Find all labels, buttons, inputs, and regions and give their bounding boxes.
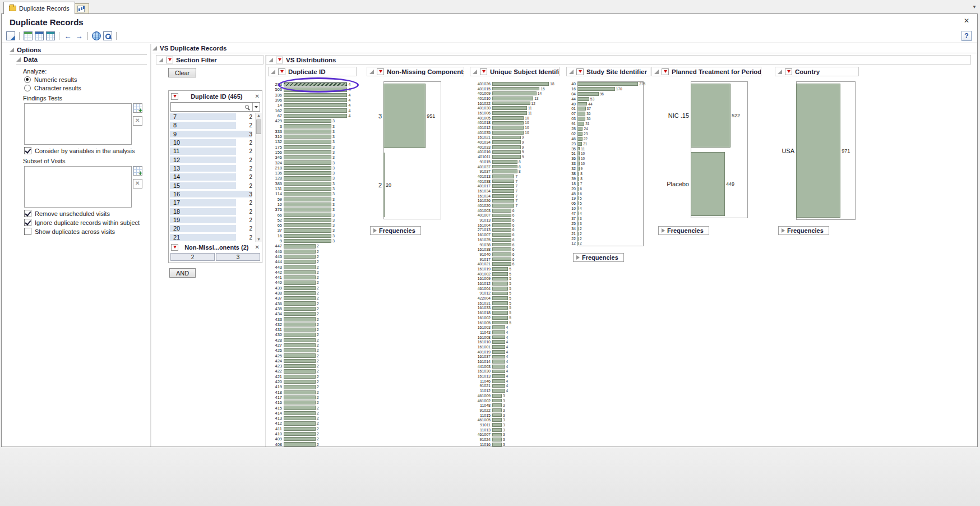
chart-bar-row[interactable]: 4322 [267, 322, 350, 327]
chart-bar-row[interactable]: 110483 [473, 403, 554, 408]
chart-bar-row[interactable]: 187 [568, 181, 645, 186]
chart-bar-row[interactable]: 4132 [267, 416, 350, 421]
checkbox-remove-unscheduled-visits[interactable]: Remove unscheduled visits [24, 210, 147, 217]
chart-bar-row[interactable]: 4092 [267, 436, 350, 441]
disclosure-closed-icon[interactable] [782, 228, 785, 233]
clear-button[interactable]: Clear [168, 68, 196, 77]
chart-bar-row[interactable]: 1610104 [473, 339, 554, 344]
chart-bar-row[interactable]: 16170 [568, 86, 645, 91]
add-table-button[interactable] [133, 103, 142, 113]
chart-bar-row[interactable]: 1624 [267, 108, 350, 113]
filter-value-3[interactable]: 3 [216, 253, 260, 261]
checkbox-ignore-duplicate-records[interactable]: Ignore duplicate records within subject [24, 219, 147, 226]
chart-bar-row[interactable]: 3951 [368, 81, 435, 150]
chart-bar-row[interactable]: 4162 [267, 400, 350, 405]
chart-bar-row[interactable]: 1610144 [473, 359, 554, 364]
chart-bar-row[interactable]: 1283 [267, 176, 350, 181]
clear-list-button[interactable] [133, 179, 142, 188]
section-filter-header[interactable]: Section Filter [156, 55, 264, 65]
chart-bar-row[interactable]: 1610304 [473, 369, 554, 374]
chart-bar-row[interactable]: 065 [568, 201, 645, 206]
chart-bar-row[interactable]: 16100611 [473, 111, 554, 116]
filter-row[interactable]: 192 [170, 216, 262, 224]
chart-bar-row[interactable]: 910223 [473, 408, 554, 413]
disclosure-open-icon[interactable] [16, 57, 21, 62]
chart-bar-row[interactable]: 1610014 [473, 344, 554, 349]
chart-bar-row[interactable]: 910378 [473, 169, 554, 174]
chart-bar-row[interactable]: 3964 [267, 98, 350, 103]
chart-bar-row[interactable]: 110124 [473, 388, 554, 393]
chart-bar-row[interactable]: 4382 [267, 291, 350, 296]
chart-bar-row[interactable]: 110163 [473, 442, 554, 447]
filter-row[interactable]: 122 [170, 156, 262, 164]
disclosure-open-icon[interactable] [654, 70, 659, 74]
chart-bar-row[interactable]: 4010137 [473, 174, 554, 179]
chart-bar-row[interactable]: 4282 [267, 338, 350, 343]
chart-bar-row[interactable]: 1610247 [473, 194, 554, 199]
chart-bar-row[interactable]: 144 [267, 103, 350, 108]
filter-row[interactable]: 72 [170, 113, 262, 121]
data-header[interactable]: Data [16, 55, 147, 65]
chart-bar-row[interactable]: 910386 [473, 242, 554, 247]
chart-bar-row[interactable]: 3463 [267, 155, 350, 160]
chart-bar-row[interactable]: 4944 [568, 102, 645, 107]
chart-bar-row[interactable]: 4302 [267, 332, 350, 337]
chart-bar-row[interactable]: 342 [568, 226, 645, 231]
filter-row[interactable]: 212 [170, 233, 262, 242]
options-header[interactable]: Options [10, 45, 147, 55]
chart-bar-row[interactable]: 910136 [473, 218, 554, 223]
close-icon[interactable]: ✕ [255, 244, 260, 250]
chart-bar-row[interactable]: 910113 [473, 422, 554, 427]
filter-row[interactable]: 202 [170, 224, 262, 233]
chart-bar-row[interactable]: Placebo449 [654, 150, 740, 218]
chart-bar-row[interactable]: 4010169 [473, 150, 554, 155]
chart-bar-row[interactable]: 3610 [568, 156, 645, 161]
chart-bar-row[interactable]: 40101210 [473, 125, 554, 130]
chart-bar-row[interactable]: 373 [267, 228, 350, 233]
disclosure-open-icon[interactable] [369, 70, 374, 74]
chart-bar-row[interactable]: 4112 [267, 426, 350, 431]
chart-bar-row[interactable]: 4010349 [473, 140, 554, 145]
chart-bar-row[interactable]: NIC .15522 [654, 81, 740, 150]
chart-bar-row[interactable]: 0223 [568, 131, 645, 136]
chart-bar-row[interactable]: 329 [568, 166, 645, 171]
chart-bar-row[interactable]: 663 [267, 212, 350, 217]
chart-bar-row[interactable]: 3243 [267, 160, 350, 165]
filter-row[interactable]: 82 [170, 121, 262, 130]
red-triangle-menu-icon[interactable] [166, 57, 173, 63]
disclosure-closed-icon[interactable] [662, 228, 665, 233]
frequencies-button-planned-treatment[interactable]: Frequencies [658, 226, 709, 235]
chart-bar-row[interactable]: 1313 [267, 186, 350, 191]
chart-bar-row[interactable]: 4082 [267, 441, 350, 447]
non-missing-components-chart[interactable]: 3951220 [368, 81, 435, 219]
red-triangle-menu-icon[interactable] [480, 68, 487, 75]
chart-bar-row[interactable]: 4010387 [473, 179, 554, 184]
checkbox-icon[interactable] [24, 147, 31, 154]
chart-bar-row[interactable]: 40101013 [473, 96, 554, 101]
datatable-teal-icon[interactable] [46, 31, 55, 40]
chart-bar-row[interactable]: 1610219 [473, 135, 554, 140]
radio-character-results[interactable]: Character results [24, 85, 147, 91]
chart-bar-row[interactable]: 122 [568, 241, 645, 246]
chart-bar-row[interactable]: 4610073 [473, 433, 554, 438]
chart-bar-row[interactable]: 4362 [267, 301, 350, 306]
chart-bar-row[interactable]: 1610025 [473, 315, 554, 320]
frequencies-button-study-site[interactable]: Frequencies [573, 253, 624, 262]
chart-bar-row[interactable]: 103 [267, 202, 350, 207]
chart-bar-row[interactable]: 3310 [568, 161, 645, 166]
chart-bar-row[interactable]: 5110 [568, 151, 645, 156]
disclosure-open-icon[interactable] [10, 48, 14, 52]
chart-bar-row[interactable]: 388 [568, 171, 645, 176]
chart-bar-row[interactable]: 4453 [568, 96, 645, 102]
subset-of-visits-listbox[interactable] [24, 166, 132, 208]
chart-bar-row[interactable]: 4410034 [473, 364, 554, 369]
chart-bar-row[interactable]: 4212 [267, 374, 350, 379]
back-icon[interactable]: ← [63, 31, 72, 40]
frequencies-button-country[interactable]: Frequencies [778, 226, 829, 235]
frequencies-button-non-missing[interactable]: Frequencies [370, 226, 421, 235]
chart-bar-row[interactable]: 4412 [267, 275, 350, 280]
chart-bar-row[interactable]: 206 [568, 186, 645, 191]
chart-bar-row[interactable]: 4293 [267, 118, 350, 123]
chart-bar-row[interactable]: 3853 [267, 181, 350, 186]
datatable-blue-icon[interactable] [35, 31, 44, 40]
